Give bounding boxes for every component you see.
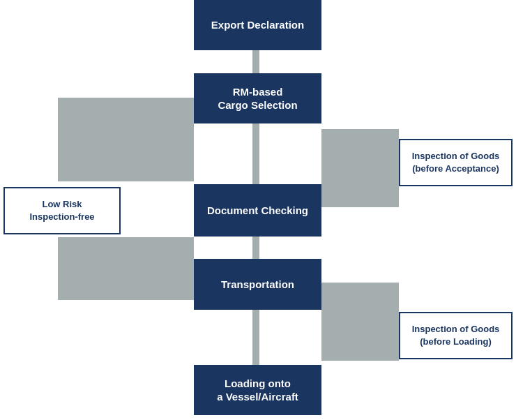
inspection-before-loading-box: Inspection of Goods (before Loading) xyxy=(399,312,513,359)
connector-v3 xyxy=(252,237,259,259)
low-risk-box: Low Risk Inspection-free xyxy=(3,187,121,234)
connector-v4 xyxy=(252,310,259,365)
flowchart-diagram: Export Declaration RM-based Cargo Select… xyxy=(0,0,516,420)
connector-v1 xyxy=(252,50,259,73)
right-gray-block-1 xyxy=(321,129,399,207)
loading-box: Loading onto a Vessel/Aircraft xyxy=(194,365,321,415)
connector-v2 xyxy=(252,123,259,184)
left-gray-block-2 xyxy=(58,237,194,300)
inspection-before-acceptance-box: Inspection of Goods (before Acceptance) xyxy=(399,139,513,186)
rm-based-box: RM-based Cargo Selection xyxy=(194,73,321,123)
right-gray-block-2 xyxy=(321,283,399,361)
transportation-box: Transportation xyxy=(194,259,321,310)
document-checking-box: Document Checking xyxy=(194,184,321,237)
left-gray-block-1 xyxy=(58,98,194,181)
export-declaration-box: Export Declaration xyxy=(194,0,321,50)
